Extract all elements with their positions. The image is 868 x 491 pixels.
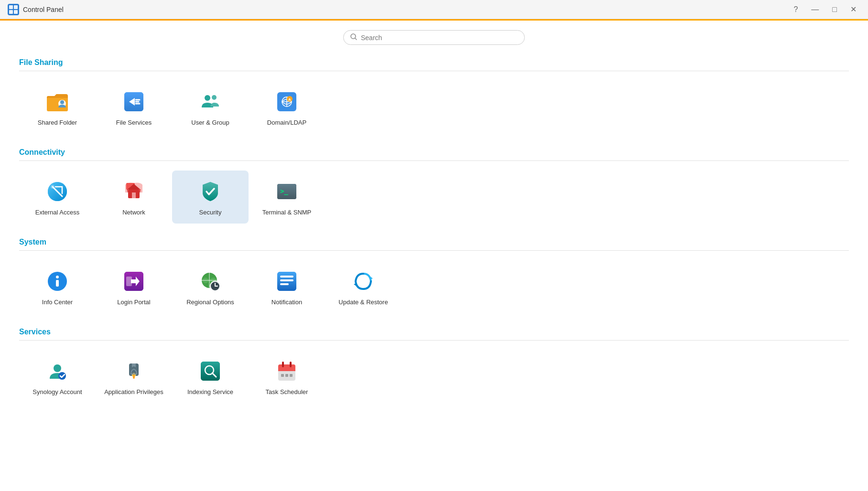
svg-rect-2 bbox=[14, 5, 18, 9]
search-input[interactable] bbox=[361, 34, 518, 42]
login-portal-icon bbox=[121, 269, 146, 294]
item-shared-folder[interactable]: Shared Folder bbox=[19, 81, 96, 134]
file-services-icon bbox=[121, 89, 146, 114]
svg-point-53 bbox=[58, 372, 66, 380]
item-security[interactable]: Security bbox=[172, 171, 249, 224]
task-scheduler-icon bbox=[274, 359, 299, 384]
security-icon bbox=[198, 179, 223, 204]
synology-account-icon bbox=[45, 359, 70, 384]
item-label-application-privileges: Application Privileges bbox=[104, 388, 163, 396]
svg-rect-67 bbox=[285, 374, 288, 377]
svg-text:A: A bbox=[288, 97, 291, 102]
item-label-login-portal: Login Portal bbox=[117, 299, 150, 307]
svg-text:>_: >_ bbox=[280, 187, 288, 195]
section-title-file-sharing: File Sharing bbox=[19, 58, 849, 67]
svg-point-34 bbox=[56, 276, 59, 278]
item-login-portal[interactable]: Login Portal bbox=[96, 260, 172, 313]
user-group-icon bbox=[198, 89, 223, 114]
help-button[interactable]: ? bbox=[790, 4, 802, 15]
search-container bbox=[343, 30, 525, 45]
item-domain-ldap[interactable]: A Domain/LDAP bbox=[249, 81, 325, 134]
svg-point-13 bbox=[212, 95, 217, 100]
item-file-services[interactable]: File Services bbox=[96, 81, 172, 134]
item-regional-options[interactable]: Regional Options bbox=[172, 260, 249, 313]
item-external-access[interactable]: External Access bbox=[19, 171, 96, 224]
section-divider-connectivity bbox=[19, 160, 849, 161]
app-icon bbox=[8, 4, 19, 15]
application-privileges-icon bbox=[121, 359, 146, 384]
notification-icon bbox=[274, 269, 299, 294]
item-label-external-access: External Access bbox=[35, 209, 80, 217]
svg-rect-49 bbox=[280, 283, 289, 285]
domain-ldap-icon: A bbox=[274, 89, 299, 114]
svg-rect-64 bbox=[282, 362, 284, 367]
section-divider-file-sharing bbox=[19, 71, 849, 71]
close-button[interactable]: ✕ bbox=[846, 4, 860, 15]
svg-rect-1 bbox=[9, 5, 13, 9]
svg-rect-3 bbox=[9, 10, 13, 14]
item-indexing-service[interactable]: Indexing Service bbox=[172, 350, 249, 403]
svg-point-9 bbox=[60, 100, 64, 104]
external-access-icon bbox=[45, 179, 70, 204]
item-application-privileges[interactable]: Application Privileges bbox=[96, 350, 172, 403]
network-icon bbox=[121, 179, 146, 204]
title-bar: Control Panel ? — □ ✕ bbox=[0, 0, 868, 19]
item-notification[interactable]: Notification bbox=[249, 260, 325, 313]
section-divider-system bbox=[19, 250, 849, 251]
svg-rect-38 bbox=[126, 277, 132, 286]
svg-point-23 bbox=[51, 185, 54, 189]
maximize-button[interactable]: □ bbox=[828, 4, 841, 15]
item-label-notification: Notification bbox=[271, 299, 302, 307]
shared-folder-icon bbox=[45, 89, 70, 114]
window-title: Control Panel bbox=[23, 6, 64, 13]
section-title-connectivity: Connectivity bbox=[19, 148, 849, 157]
svg-rect-47 bbox=[280, 276, 293, 278]
item-label-terminal-snmp: Terminal & SNMP bbox=[262, 209, 312, 217]
regional-options-icon bbox=[198, 269, 223, 294]
svg-rect-68 bbox=[290, 374, 293, 377]
svg-rect-48 bbox=[280, 279, 293, 281]
section-connectivity: Connectivity bbox=[19, 148, 849, 224]
item-user-group[interactable]: User & Group bbox=[172, 81, 249, 134]
item-info-center[interactable]: Info Center bbox=[19, 260, 96, 313]
item-label-security: Security bbox=[199, 209, 222, 217]
item-label-file-services: File Services bbox=[116, 119, 152, 127]
info-center-icon bbox=[45, 269, 70, 294]
item-synology-account[interactable]: Synology Account bbox=[19, 350, 96, 403]
item-label-regional-options: Regional Options bbox=[186, 299, 234, 307]
item-label-user-group: User & Group bbox=[191, 119, 229, 127]
section-divider-services bbox=[19, 340, 849, 341]
section-title-system: System bbox=[19, 238, 849, 246]
icon-grid-file-sharing: Shared Folder bbox=[19, 81, 849, 134]
item-label-indexing-service: Indexing Service bbox=[187, 388, 233, 396]
icon-grid-system: Info Center bbox=[19, 260, 849, 313]
section-title-services: Services bbox=[19, 328, 849, 336]
svg-point-52 bbox=[54, 364, 61, 372]
svg-rect-66 bbox=[281, 374, 284, 377]
item-label-network: Network bbox=[122, 209, 145, 217]
item-label-update-restore: Update & Restore bbox=[338, 299, 388, 307]
item-terminal-snmp[interactable]: >_ Terminal & SNMP bbox=[249, 171, 325, 224]
update-restore-icon bbox=[351, 269, 376, 294]
svg-line-6 bbox=[355, 38, 357, 40]
svg-rect-63 bbox=[278, 369, 295, 371]
window-controls: ? — □ ✕ bbox=[790, 4, 860, 15]
item-label-info-center: Info Center bbox=[42, 299, 73, 307]
section-services: Services Synology Account bbox=[19, 328, 849, 403]
item-label-task-scheduler: Task Scheduler bbox=[266, 388, 308, 396]
svg-rect-4 bbox=[14, 10, 18, 14]
search-bar bbox=[19, 30, 849, 45]
item-network[interactable]: Network bbox=[96, 171, 172, 224]
svg-rect-35 bbox=[56, 280, 59, 287]
search-icon bbox=[350, 33, 357, 42]
item-task-scheduler[interactable]: Task Scheduler bbox=[249, 350, 325, 403]
item-update-restore[interactable]: Update & Restore bbox=[325, 260, 401, 313]
svg-rect-56 bbox=[133, 374, 135, 379]
minimize-button[interactable]: — bbox=[807, 4, 823, 15]
indexing-service-icon bbox=[198, 359, 223, 384]
svg-point-12 bbox=[205, 95, 210, 101]
terminal-snmp-icon: >_ bbox=[274, 179, 299, 204]
svg-rect-29 bbox=[132, 192, 136, 198]
section-system: System Info Center bbox=[19, 238, 849, 313]
svg-rect-65 bbox=[290, 362, 292, 367]
